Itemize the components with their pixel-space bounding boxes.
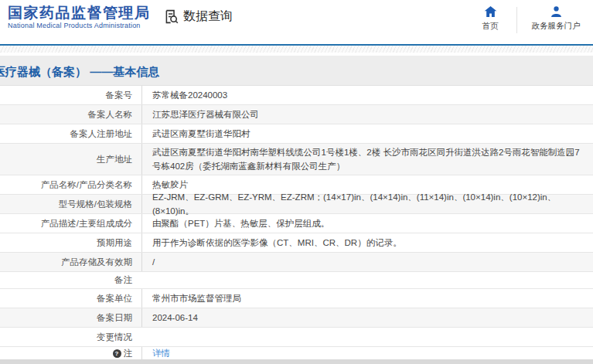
- row-label: 预期用途: [0, 233, 142, 252]
- row-label: 备案日期: [0, 308, 142, 327]
- row-value-text: 2024-06-14: [152, 311, 198, 325]
- row-label: 产品名称/产品分类名称: [0, 175, 142, 194]
- row-label: 生产地址: [0, 144, 142, 175]
- row-label-text: 备案人名称: [88, 109, 133, 121]
- hatch-band: [0, 46, 593, 53]
- row-value: 2024-06-14: [142, 308, 593, 327]
- row-value-text: 用于作为诊断依据的医学影像（CT、MRI、CR、DR）的记录。: [152, 236, 402, 250]
- row-label-text: 备案人注册地址: [70, 128, 133, 140]
- table-row: ?注详情: [0, 347, 593, 360]
- row-label: 产品描述/主要组成成分: [0, 214, 142, 233]
- details-link[interactable]: 详情: [152, 346, 170, 360]
- row-label: 变更情况: [0, 328, 142, 346]
- row-value: EZ-JRM、EZ-GRM、EZ-YRM、EZ-ZRM；(14×17)in、(1…: [142, 195, 593, 213]
- row-label: 备案人名称: [0, 105, 142, 124]
- row-value: 常州市市场监督管理局: [142, 289, 593, 308]
- row-label: ?注: [0, 347, 142, 359]
- row-value-text: 江苏思泽医疗器械有限公司: [152, 107, 259, 121]
- table-row: 型号规格/包装规格EZ-JRM、EZ-GRM、EZ-YRM、EZ-ZRM；(14…: [0, 195, 593, 214]
- nav-home[interactable]: 首页: [470, 5, 510, 32]
- nav-portal[interactable]: 政务服务门户: [523, 5, 588, 32]
- bottom-strip: [0, 359, 593, 364]
- row-value: 用于作为诊断依据的医学影像（CT、MRI、CR、DR）的记录。: [142, 233, 593, 252]
- row-label: 备案号: [0, 86, 142, 104]
- row-value: 由聚酯（PET）片基、热敏层、保护层组成。: [142, 214, 593, 233]
- table-row: 产品描述/主要组成成分由聚酯（PET）片基、热敏层、保护层组成。: [0, 214, 593, 233]
- row-value: [142, 272, 593, 288]
- table-row: 备案单位常州市市场监督管理局: [0, 289, 593, 308]
- row-value-text: 由聚酯（PET）片基、热敏层、保护层组成。: [152, 216, 329, 230]
- nav-home-label: 首页: [482, 21, 499, 32]
- row-label: 产品存储及有效期: [0, 253, 142, 271]
- row-label-text: 注: [124, 348, 133, 359]
- help-circle-icon[interactable]: ?: [113, 349, 121, 358]
- row-value: 苏常械备20240003: [142, 86, 593, 104]
- row-label-text: 产品描述/主要组成成分: [41, 218, 132, 230]
- table-row: 变更情况: [0, 328, 593, 347]
- row-value-text: 常州市市场监督管理局: [152, 291, 241, 305]
- row-label-text: 备案单位: [97, 293, 132, 304]
- logo-subtitle: National Medical Products Administration: [8, 22, 151, 29]
- nav-data-query-label: 数据查询: [183, 9, 233, 25]
- nmpa-logo: 国家药品监督管理局 National Medical Products Admi…: [8, 5, 151, 29]
- table-row: 备案人注册地址武进区南夏墅街道华阳村: [0, 124, 593, 144]
- table-row: 备案日期2024-06-14: [0, 308, 593, 328]
- user-icon: [550, 5, 563, 18]
- header-right-nav: 首页 政务服务门户: [470, 5, 588, 33]
- row-label: 型号规格/包装规格: [0, 195, 142, 213]
- row-value-text: 苏常械备20240003: [152, 88, 227, 102]
- nav-separator: [516, 7, 517, 33]
- row-value: /: [142, 253, 593, 271]
- row-value: 详情: [142, 347, 593, 359]
- basic-info-table: 备案号苏常械备20240003备案人名称江苏思泽医疗器械有限公司备案人注册地址武…: [0, 85, 593, 360]
- row-label-text: 变更情况: [97, 332, 132, 343]
- row-label-text: 备案号: [106, 90, 133, 101]
- row-label-text: 生产地址: [97, 154, 132, 165]
- row-value-text: /: [152, 255, 155, 269]
- title-band: 医疗器械（备案） ——基本信息: [0, 56, 593, 85]
- document-search-icon: [163, 9, 179, 25]
- nav-data-query[interactable]: 数据查询: [163, 9, 233, 25]
- row-label-text: 产品名称/产品分类名称: [41, 179, 132, 191]
- row-label-text: 备案日期: [97, 312, 132, 324]
- row-label: 备案人注册地址: [0, 124, 142, 143]
- row-label-text: 产品存储及有效期: [61, 257, 132, 268]
- logo-title: 国家药品监督管理局: [8, 5, 151, 20]
- row-value: 江苏思泽医疗器械有限公司: [142, 105, 593, 124]
- nav-portal-label: 政务服务门户: [532, 21, 581, 32]
- table-row: 预期用途用于作为诊断依据的医学影像（CT、MRI、CR、DR）的记录。: [0, 233, 593, 253]
- row-label-text: 型号规格/包装规格: [59, 199, 132, 210]
- table-row: 备案号苏常械备20240003: [0, 86, 593, 105]
- row-label: 备案单位: [0, 289, 142, 308]
- table-row: 备注: [0, 272, 593, 289]
- row-label-text: 备注: [114, 274, 132, 286]
- row-label-text: 预期用途: [97, 237, 132, 249]
- page-title: 医疗器械（备案） ——基本信息: [0, 65, 159, 80]
- row-label: 备注: [0, 272, 142, 288]
- row-value: [142, 328, 593, 346]
- table-row: 备案人名称江苏思泽医疗器械有限公司: [0, 105, 593, 124]
- table-row: 产品存储及有效期/: [0, 253, 593, 272]
- home-icon: [484, 5, 497, 18]
- row-value-text: 武进区南夏墅街道华阳村南华塑料线缆公司1号楼1楼、2楼 长沙市雨花区同升街道洪达…: [152, 145, 584, 173]
- table-row: 生产地址武进区南夏墅街道华阳村南华塑料线缆公司1号楼1楼、2楼 长沙市雨花区同升…: [0, 144, 593, 175]
- row-value-text: 武进区南夏墅街道华阳村: [152, 127, 250, 141]
- row-value: 武进区南夏墅街道华阳村: [142, 124, 593, 143]
- row-value: 武进区南夏墅街道华阳村南华塑料线缆公司1号楼1楼、2楼 长沙市雨花区同升街道洪达…: [142, 144, 593, 175]
- site-header: 国家药品监督管理局 National Medical Products Admi…: [0, 0, 593, 44]
